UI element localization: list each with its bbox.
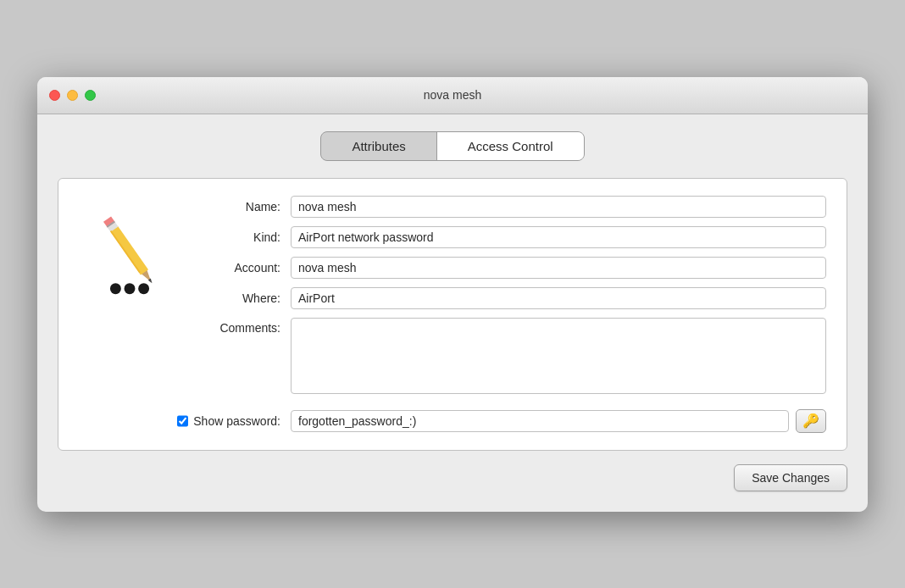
password-row: Show password: 🔑 bbox=[197, 409, 826, 433]
kind-label: Kind: bbox=[197, 230, 291, 244]
comments-row: Comments: bbox=[197, 318, 826, 394]
account-input[interactable] bbox=[291, 257, 826, 279]
tabs-row: Attributes Access Control bbox=[58, 131, 847, 161]
svg-rect-2 bbox=[110, 225, 148, 275]
icon-area bbox=[79, 196, 180, 433]
where-input[interactable] bbox=[291, 287, 826, 309]
where-label: Where: bbox=[197, 291, 291, 305]
form-area: Name: Kind: Account: Where: bbox=[197, 196, 826, 433]
svg-point-7 bbox=[110, 283, 121, 294]
minimize-button[interactable] bbox=[67, 90, 78, 101]
key-icon: 🔑 bbox=[802, 413, 819, 429]
window-title: nova mesh bbox=[424, 88, 481, 102]
content-area: Attributes Access Control bbox=[37, 114, 868, 512]
save-changes-button[interactable]: Save Changes bbox=[734, 464, 847, 491]
maximize-button[interactable] bbox=[85, 90, 96, 101]
svg-point-9 bbox=[138, 283, 149, 294]
bottom-row: Save Changes bbox=[58, 464, 847, 491]
close-button[interactable] bbox=[49, 90, 60, 101]
name-input[interactable] bbox=[291, 196, 826, 218]
main-panel: Name: Kind: Account: Where: bbox=[58, 178, 847, 451]
pencil-icon bbox=[87, 204, 172, 306]
traffic-lights bbox=[49, 90, 96, 101]
svg-point-8 bbox=[125, 283, 136, 294]
main-window: nova mesh Attributes Access Control bbox=[37, 77, 868, 512]
where-row: Where: bbox=[197, 287, 826, 309]
account-row: Account: bbox=[197, 257, 826, 279]
checkbox-area: Show password: bbox=[197, 414, 291, 428]
tab-access-control[interactable]: Access Control bbox=[437, 132, 584, 160]
name-label: Name: bbox=[197, 200, 291, 214]
password-input[interactable] bbox=[291, 410, 789, 432]
kind-row: Kind: bbox=[197, 226, 826, 248]
name-row: Name: bbox=[197, 196, 826, 218]
kind-input[interactable] bbox=[291, 226, 826, 248]
comments-label: Comments: bbox=[197, 318, 291, 335]
account-label: Account: bbox=[197, 261, 291, 275]
comments-input[interactable] bbox=[291, 318, 826, 394]
show-password-label: Show password: bbox=[193, 414, 280, 428]
tabs-container: Attributes Access Control bbox=[320, 131, 584, 161]
key-button[interactable]: 🔑 bbox=[796, 409, 826, 433]
show-password-checkbox[interactable] bbox=[177, 415, 188, 427]
tab-attributes[interactable]: Attributes bbox=[321, 132, 436, 160]
title-bar: nova mesh bbox=[37, 77, 868, 114]
